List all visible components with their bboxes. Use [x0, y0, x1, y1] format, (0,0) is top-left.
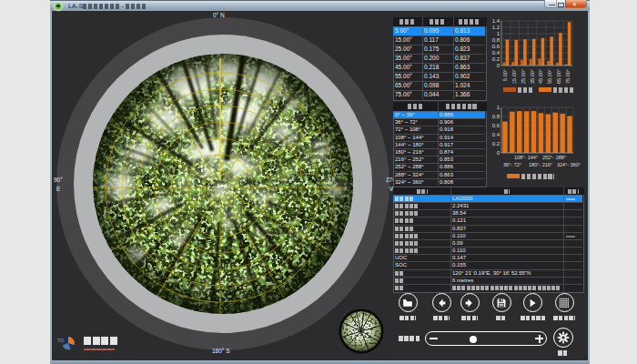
- svg-text:0.6: 0.6: [492, 123, 500, 128]
- svg-text:1.4: 1.4: [492, 18, 500, 24]
- svg-text:45.00°: 45.00°: [538, 69, 543, 84]
- svg-text:TO: TO: [57, 338, 64, 343]
- svg-text:55.00°: 55.00°: [547, 69, 552, 84]
- svg-text:15.00°: 15.00°: [511, 69, 517, 84]
- svg-text:0.4: 0.4: [492, 50, 500, 56]
- svg-text:0.2: 0.2: [492, 141, 500, 147]
- svg-text:0.6: 0.6: [492, 44, 500, 49]
- svg-text:1: 1: [497, 105, 500, 110]
- svg-text:36°- 72°: 36°- 72°: [503, 162, 521, 167]
- svg-text:35.00°: 35.00°: [530, 69, 535, 84]
- svg-text:0.8: 0.8: [492, 114, 500, 119]
- svg-text:0.2: 0.2: [492, 56, 500, 62]
- svg-text:1.2: 1.2: [492, 25, 500, 30]
- svg-text:324°- 360°: 324°- 360°: [557, 162, 581, 167]
- svg-text:180°- 216°: 180°- 216°: [529, 162, 552, 167]
- svg-text:25.00°: 25.00°: [521, 69, 526, 84]
- svg-text:5.00°: 5.00°: [502, 69, 508, 81]
- svg-text:252°- 288°: 252°- 288°: [542, 155, 566, 160]
- svg-text:65.00°: 65.00°: [556, 69, 561, 84]
- svg-text:108°- 144°: 108°- 144°: [514, 155, 538, 160]
- svg-text:1: 1: [497, 31, 500, 36]
- svg-text:0: 0: [497, 150, 500, 156]
- svg-text:75.00°: 75.00°: [565, 69, 571, 84]
- svg-text:0.8: 0.8: [492, 37, 500, 43]
- svg-text:0: 0: [497, 63, 500, 68]
- svg-text:0.4: 0.4: [492, 132, 500, 137]
